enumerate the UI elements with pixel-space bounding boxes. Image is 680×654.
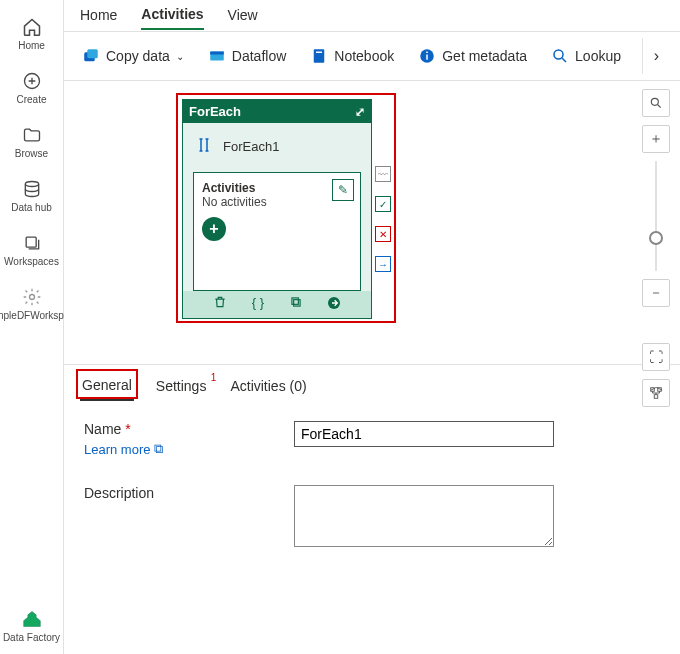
node-name-label: ForEach1 [223,139,279,154]
rail-item-browse[interactable]: Browse [0,116,64,170]
svg-point-1 [25,182,38,187]
panel-collapse-button[interactable]: ︿ [650,378,664,396]
plus-circle-icon [21,70,43,92]
tool-label: Notebook [334,48,394,64]
lookup-button[interactable]: Lookup [543,43,629,69]
activities-toolbar: Copy data ⌄ Dataflow Notebook Get metada… [64,32,680,81]
node-activities-box[interactable]: Activities No activities ✎ + [193,172,361,291]
rail-item-datahub[interactable]: Data hub [0,170,64,224]
rail-item-create[interactable]: Create [0,62,64,116]
add-activity-button[interactable]: + [202,217,226,241]
zoom-out-button[interactable]: － [642,279,670,307]
svg-rect-9 [316,52,322,54]
main: Home Activities View Copy data ⌄ Dataflo… [64,0,680,654]
foreach-node[interactable]: ForEach ⤢ ForEach1 Activities No activit… [182,99,372,319]
svg-rect-2 [26,237,36,247]
node-type-label: ForEach [189,104,241,119]
settings-badge: 1 [211,372,217,383]
svg-rect-8 [314,49,325,63]
name-label-block: Name * Learn more ⧉ [84,421,294,457]
rail-item-label: Browse [15,148,48,160]
copy-data-button[interactable]: Copy data ⌄ [74,43,192,69]
name-field-wrap [294,421,660,447]
rail-item-label: Data hub [11,202,52,214]
notebook-icon [310,47,328,65]
svg-point-13 [554,50,563,59]
rail-item-workspaces[interactable]: Workspaces [0,224,64,278]
node-footer: { } [183,291,371,318]
dataflow-button[interactable]: Dataflow [200,43,294,69]
run-node-button[interactable] [325,295,343,314]
external-link-icon: ⧉ [154,441,163,457]
pencil-icon: ✎ [338,183,348,197]
gear-icon [21,286,43,308]
search-icon [551,47,569,65]
svg-rect-15 [292,298,298,304]
node-header: ForEach ⤢ [183,100,371,123]
connector-skip-icon[interactable]: 〰 [375,166,391,182]
toolbar-overflow-button[interactable]: › [642,38,670,74]
chevron-down-icon: ⌄ [176,51,184,62]
description-field-wrap [294,485,660,550]
activities-heading: Activities [202,181,352,195]
panel-tab-activities[interactable]: Activities (0) [228,374,308,400]
tab-view[interactable]: View [228,3,258,29]
rail-item-label: Workspaces [4,256,59,268]
connector-success-icon[interactable]: ✓ [375,196,391,212]
copy-data-icon [82,47,100,65]
zoom-slider[interactable] [642,161,670,271]
rail-item-label: Data Factory [3,632,60,644]
panel-body: Name * Learn more ⧉ Description [64,401,680,550]
svg-rect-14 [294,300,300,306]
zoom-in-button[interactable]: ＋ [642,125,670,153]
panel-tab-settings[interactable]: Settings 1 [154,374,209,400]
edit-activities-button[interactable]: ✎ [332,179,354,201]
delete-node-button[interactable] [211,295,229,314]
svg-point-3 [29,295,34,300]
activities-status: No activities [202,195,352,209]
rail-item-datafactory[interactable]: Data Factory [0,600,64,654]
connector-completion-icon[interactable]: → [375,256,391,272]
tool-label: Get metadata [442,48,527,64]
zoom-track-line [655,161,657,271]
rail-item-home[interactable]: Home [0,8,64,62]
tool-label: Copy data [106,48,170,64]
tab-home[interactable]: Home [80,3,117,29]
braces-button[interactable]: { } [249,295,267,314]
node-connectors: 〰 ✓ ✕ → [375,166,391,272]
pipeline-canvas[interactable]: ForEach ⤢ ForEach1 Activities No activit… [64,81,680,364]
svg-rect-7 [210,52,224,55]
panel-tab-general[interactable]: General [80,373,134,401]
learn-more-link[interactable]: Learn more ⧉ [84,441,163,457]
description-textarea[interactable] [294,485,554,547]
name-field-label: Name * [84,421,131,437]
tab-activities[interactable]: Activities [141,2,203,30]
panel-tab-settings-label: Settings [156,378,207,394]
rail-item-label: Create [16,94,46,106]
get-metadata-button[interactable]: Get metadata [410,43,535,69]
expand-icon[interactable]: ⤢ [355,105,365,119]
rail-item-sample-workspace[interactable]: SampleDFWorkspace [0,278,64,332]
panel-tabstrip: General Settings 1 Activities (0) ︿ [64,365,680,401]
tool-label: Dataflow [232,48,286,64]
canvas-search-button[interactable] [642,89,670,117]
svg-rect-12 [426,52,428,54]
connector-fail-icon[interactable]: ✕ [375,226,391,242]
zoom-knob[interactable] [649,231,663,245]
copy-node-button[interactable] [287,295,305,314]
svg-point-17 [651,98,658,105]
stack-icon [21,232,43,254]
required-mark: * [125,421,130,437]
tool-label: Lookup [575,48,621,64]
home-icon [21,16,43,38]
rail-item-label: Home [18,40,45,52]
name-input[interactable] [294,421,554,447]
notebook-button[interactable]: Notebook [302,43,402,69]
chevron-up-icon: ︿ [650,378,664,394]
dataflow-icon [208,47,226,65]
chevron-right-icon: › [654,47,659,65]
name-label-text: Name [84,421,121,437]
plus-icon: + [209,220,218,238]
learn-more-text: Learn more [84,442,150,457]
database-icon [21,178,43,200]
